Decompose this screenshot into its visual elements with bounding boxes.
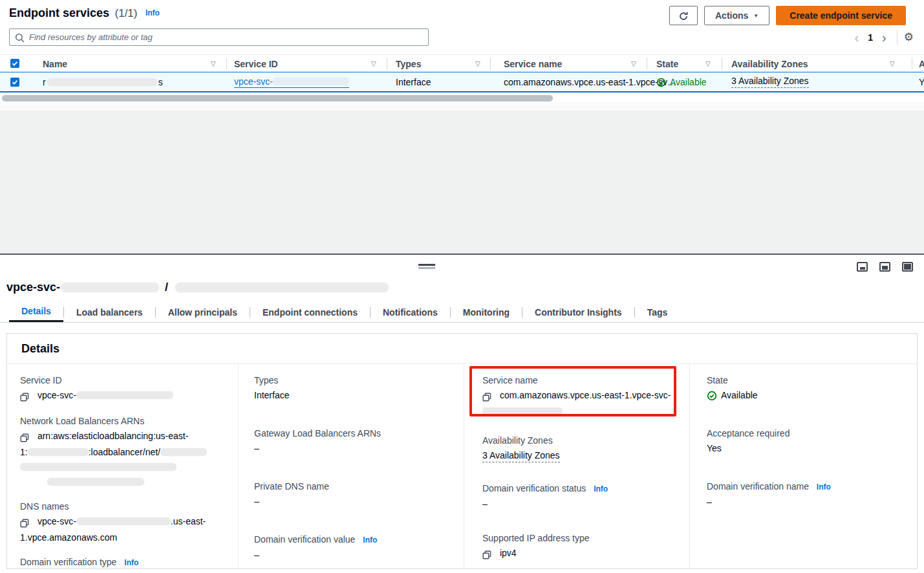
filter-icon[interactable]: ▽ bbox=[890, 55, 895, 72]
field-label: Service ID bbox=[20, 374, 221, 387]
next-page-icon[interactable]: › bbox=[877, 30, 892, 45]
field-state: State Available bbox=[707, 374, 917, 402]
column-header-types[interactable]: Types bbox=[396, 55, 421, 72]
page-title: Endpoint services bbox=[9, 6, 109, 19]
nlb-arn-line2-prefix: 1: bbox=[20, 447, 28, 457]
endpoint-services-page: Endpoint services (1/1) Info Actions ▼ C… bbox=[0, 0, 924, 573]
row-checkbox[interactable] bbox=[10, 78, 19, 87]
field-supported-ip-address-type: Supported IP address type ipv4 bbox=[482, 532, 689, 561]
refresh-icon bbox=[678, 10, 689, 21]
content-background bbox=[0, 111, 924, 254]
info-link[interactable]: Info bbox=[594, 484, 608, 493]
gear-icon[interactable]: ⚙ bbox=[904, 30, 914, 45]
field-types: Types Interface bbox=[254, 374, 464, 402]
details-card-title: Details bbox=[21, 342, 59, 356]
cell-name: rs bbox=[43, 72, 163, 91]
tab-tags[interactable]: Tags bbox=[635, 302, 680, 322]
field-value: – bbox=[254, 441, 447, 455]
column-divider bbox=[722, 58, 722, 70]
panel-resize-handle[interactable] bbox=[418, 264, 435, 269]
dns-value-suffix: .us-east- bbox=[171, 516, 206, 526]
copy-icon[interactable] bbox=[20, 432, 29, 442]
status-available-icon bbox=[707, 388, 717, 402]
copy-icon[interactable] bbox=[20, 517, 29, 528]
search-input[interactable] bbox=[29, 32, 423, 42]
cell-state: Available bbox=[656, 72, 707, 91]
field-label: Acceptance required bbox=[707, 427, 900, 440]
field-domain-verification-status: Domain verification status Info – bbox=[482, 482, 689, 511]
redacted-text bbox=[20, 463, 177, 471]
page-header: Endpoint services (1/1) Info bbox=[9, 6, 160, 27]
panel-size-small-icon[interactable] bbox=[857, 262, 868, 272]
page-count: (1/1) bbox=[115, 7, 138, 19]
tab-load-balancers[interactable]: Load balancers bbox=[64, 302, 155, 322]
page-number[interactable]: 1 bbox=[864, 32, 877, 43]
field-label: Types bbox=[254, 374, 447, 387]
column-header-name[interactable]: Name bbox=[43, 55, 67, 72]
split-panel: vpce-svc- / Details Load balancers Allow… bbox=[0, 254, 924, 573]
tab-endpoint-connections[interactable]: Endpoint connections bbox=[250, 302, 370, 322]
filter-icon[interactable]: ▽ bbox=[631, 55, 636, 72]
details-card-body: Service ID vpce-svc- Network Load Balanc… bbox=[7, 364, 917, 569]
filter-icon[interactable]: ▽ bbox=[211, 55, 216, 72]
create-endpoint-service-button[interactable]: Create endpoint service bbox=[776, 6, 906, 25]
tab-contributor-insights[interactable]: Contributor Insights bbox=[522, 302, 634, 322]
details-column-4: State Available Acceptance required Yes bbox=[690, 364, 917, 569]
field-acceptance-required: Acceptance required Yes bbox=[707, 427, 917, 455]
availability-zones-link[interactable]: 3 Availability Zones bbox=[482, 450, 560, 462]
previous-page-icon[interactable]: ‹ bbox=[850, 30, 865, 45]
service-id-link[interactable]: vpce-svc- bbox=[234, 76, 349, 88]
info-link[interactable]: Info bbox=[817, 482, 831, 492]
select-all-checkbox[interactable] bbox=[10, 59, 19, 68]
refresh-button[interactable] bbox=[669, 6, 698, 25]
panel-size-half-icon[interactable] bbox=[879, 262, 890, 272]
redacted-text bbox=[482, 407, 563, 415]
redacted-text bbox=[175, 283, 389, 292]
tab-monitoring[interactable]: Monitoring bbox=[451, 302, 522, 322]
column-divider bbox=[912, 58, 912, 70]
column-header-state[interactable]: State bbox=[656, 55, 678, 72]
field-domain-verification-type: Domain verification type Info – bbox=[20, 556, 238, 573]
state-value: Available bbox=[721, 388, 758, 402]
copy-icon[interactable] bbox=[482, 391, 491, 402]
filter-icon[interactable]: ▽ bbox=[371, 55, 376, 72]
column-header-service-id[interactable]: Service ID bbox=[234, 55, 278, 72]
info-link[interactable]: Info bbox=[124, 558, 138, 567]
actions-button[interactable]: Actions ▼ bbox=[704, 6, 769, 25]
redacted-text bbox=[76, 517, 171, 525]
table-row[interactable]: rs vpce-svc- Interface com.amazonaws.vpc… bbox=[0, 72, 924, 92]
field-value: – bbox=[707, 495, 900, 509]
title-info-link[interactable]: Info bbox=[145, 8, 160, 17]
field-label: Supported IP address type bbox=[482, 532, 672, 545]
field-value: – bbox=[254, 548, 447, 562]
availability-zones-link[interactable]: 3 Availability Zones bbox=[731, 76, 809, 88]
tab-notifications[interactable]: Notifications bbox=[371, 302, 450, 322]
filter-icon[interactable]: ▽ bbox=[475, 55, 480, 72]
info-link[interactable]: Info bbox=[363, 535, 377, 545]
details-column-1: Service ID vpce-svc- Network Load Balanc… bbox=[7, 364, 239, 569]
field-service-name: Service name com.amazonaws.vpce.us-east-… bbox=[482, 374, 689, 418]
column-header-acceptance-required[interactable]: Acceptance required bbox=[919, 55, 924, 72]
cell-service-name: com.amazonaws.vpce.us-east-1.vpce-sv… bbox=[504, 72, 676, 91]
filter-icon[interactable]: ▽ bbox=[705, 55, 711, 72]
copy-icon[interactable] bbox=[482, 549, 491, 559]
tab-bar: Details Load balancers Allow principals … bbox=[0, 302, 924, 323]
column-header-service-name[interactable]: Service name bbox=[504, 55, 562, 72]
field-service-id: Service ID vpce-svc- bbox=[20, 374, 238, 404]
panel-layout-controls bbox=[857, 262, 913, 272]
panel-size-full-icon[interactable] bbox=[902, 262, 913, 272]
redacted-text bbox=[47, 78, 157, 86]
field-label: Domain verification name bbox=[707, 481, 809, 492]
field-value: – bbox=[20, 570, 221, 573]
search-box[interactable] bbox=[9, 28, 429, 46]
cell-availability-zones: 3 Availability Zones bbox=[731, 72, 809, 91]
horizontal-scrollbar-thumb[interactable] bbox=[2, 95, 553, 102]
cell-name-suffix: s bbox=[158, 77, 163, 87]
cell-name-prefix: r bbox=[43, 77, 46, 87]
copy-icon[interactable] bbox=[20, 391, 29, 402]
column-header-availability-zones[interactable]: Availability Zones bbox=[731, 55, 808, 72]
field-label: Gateway Load Balancers ARNs bbox=[254, 427, 447, 440]
tab-details[interactable]: Details bbox=[9, 302, 63, 322]
actions-button-label: Actions bbox=[715, 10, 748, 21]
tab-allow-principals[interactable]: Allow principals bbox=[156, 302, 250, 322]
